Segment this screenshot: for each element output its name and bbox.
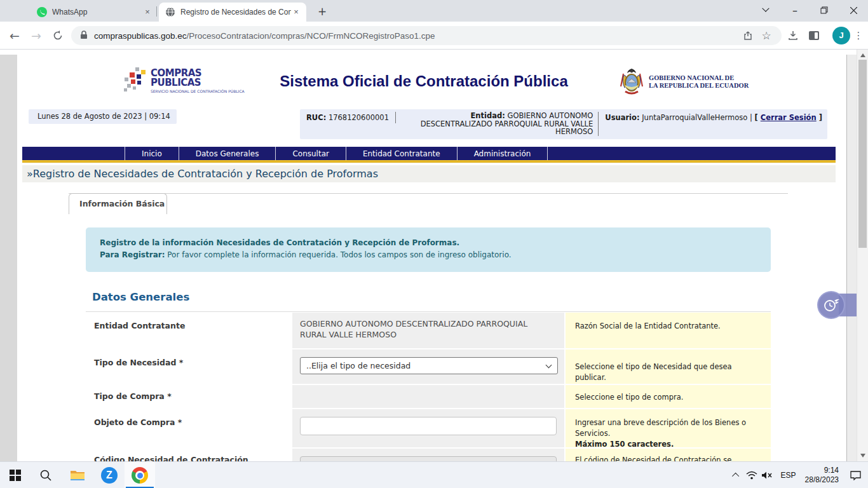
notice-line2-label: Para Registrar: (100, 250, 165, 259)
field-value-cell (292, 409, 564, 447)
datetime-box: Lunes 28 de Agosto de 2023 | 09:14 (29, 109, 177, 124)
browser-menu-icon[interactable]: ⋮ (851, 26, 865, 45)
form-row-codigo-necesidad: Código Necesidad de Contratación El códi… (86, 449, 771, 461)
form-row-entidad-contratante: Entidad Contratante GOBIERNO AUTONOMO DE… (86, 313, 771, 348)
session-info-box: RUC: 1768120600001 Entidad: GOBIERNO AUT… (300, 109, 827, 139)
forward-icon: → (27, 26, 46, 45)
field-label: Tipo de Necesidad * (86, 349, 292, 384)
nav-item-inicio[interactable]: Inicio (125, 147, 179, 160)
reload-icon[interactable] (48, 26, 67, 45)
notification-center-button[interactable] (843, 462, 868, 488)
close-window-button[interactable] (839, 0, 868, 20)
tab-close-icon[interactable]: × (142, 7, 153, 17)
tab-whatsapp[interactable]: WhatsApp × (31, 3, 158, 22)
field-label: Objeto de Compra * (86, 409, 292, 447)
tipo-necesidad-select[interactable]: ..Elija el tipo de necesidad (300, 357, 558, 374)
tray-chevron-up-icon[interactable] (729, 462, 744, 488)
browser-tabstrip: WhatsApp × Registro de Necesidades de Co… (0, 0, 868, 22)
field-help: Seleccione el tipo de compra. (566, 385, 771, 408)
field-help: Ingresar una breve descripción de los Bi… (566, 409, 771, 447)
nav-item-entidad-contratante[interactable]: Entidad Contratante (346, 147, 458, 160)
tab-baseline (69, 193, 788, 194)
taskbar: Z ESP 9:14 28/8/2023 (0, 461, 868, 488)
field-label: Tipo de Compra * (86, 385, 292, 408)
page-viewport: COMPRASPUBLICAS SERVICIO NACIONAL DE CON… (0, 50, 868, 461)
start-button[interactable] (0, 462, 31, 488)
new-tab-button[interactable]: + (314, 4, 330, 20)
nav-spacer (548, 147, 836, 160)
tab-title: WhatsApp (52, 8, 142, 17)
breadcrumb: »Registro de Necesidades de Contratación… (22, 165, 836, 182)
clock[interactable]: 9:14 28/8/2023 (803, 466, 843, 485)
table-top-border (86, 311, 771, 312)
windows-logo-icon (10, 470, 21, 481)
winged-clock-icon (822, 295, 841, 315)
scroll-down-icon[interactable] (860, 454, 865, 458)
whatsapp-icon (37, 7, 47, 17)
entity-value: Entidad: GOBIERNO AUTONOMO DESCENTRALIZA… (414, 112, 593, 136)
scroll-up-icon[interactable] (860, 53, 865, 57)
field-value-cell (292, 449, 564, 461)
window-menu-chevron-icon[interactable] (751, 0, 780, 20)
section-title: Datos Generales (92, 291, 189, 303)
field-value-cell (292, 385, 564, 408)
page-scrollbar[interactable] (857, 50, 868, 461)
lock-icon (80, 30, 88, 42)
gov-logo-text: GOBIERNO NACIONAL DELA REPUBLICA DEL ECU… (649, 74, 749, 90)
bookmark-star-icon[interactable]: ☆ (757, 27, 775, 44)
tray-time: 9:14 (824, 466, 839, 475)
form-row-objeto-compra: Objeto de Compra * Ingresar una breve de… (86, 409, 771, 447)
file-explorer-button[interactable] (62, 462, 93, 488)
field-label: Entidad Contratante (86, 313, 292, 348)
side-panel-icon[interactable] (804, 26, 824, 45)
ecuador-crest-icon (620, 67, 644, 97)
chrome-taskbar-button[interactable] (125, 462, 155, 488)
user-value: Usuario: JuntaParroquialValleHermoso | [… (605, 112, 822, 122)
nav-item-administracion[interactable]: Administración (458, 147, 548, 160)
gold-divider (22, 160, 836, 163)
tab-close-icon[interactable]: × (291, 7, 301, 17)
language-indicator[interactable]: ESP (775, 471, 803, 480)
minimize-button[interactable]: – (780, 0, 810, 20)
back-icon[interactable]: ← (5, 26, 24, 45)
field-help: Razón Social de la Entidad Contratante. (566, 313, 771, 348)
logo-tagline: SERVICIO NACIONAL DE CONTRATACIÓN PÚBLIC… (151, 89, 245, 93)
chevron-down-icon (546, 362, 552, 369)
compras-publicas-logo: COMPRASPUBLICAS SERVICIO NACIONAL DE CON… (124, 67, 219, 100)
logout-link[interactable]: Cerrar Sesión (761, 113, 817, 122)
restore-button[interactable] (810, 0, 839, 20)
nav-item-datos-generales[interactable]: Datos Generales (179, 147, 276, 160)
field-value-cell: ..Elija el tipo de necesidad (292, 349, 564, 384)
page-title: Sistema Oficial de Contratación Pública (233, 72, 614, 90)
field-label: Código Necesidad de Contratación (86, 449, 292, 461)
tab-informacion-basica[interactable]: Información Básica (69, 193, 167, 214)
objeto-compra-input[interactable] (300, 417, 557, 435)
logo-wordmark: COMPRASPUBLICAS (151, 69, 201, 88)
form-row-tipo-necesidad: Tipo de Necesidad * ..Elija el tipo de n… (86, 349, 771, 384)
field-help: Seleccione el tipo de Necesidad que dese… (566, 349, 771, 384)
field-value: GOBIERNO AUTONOMO DESCENTRALIZADO PARROQ… (292, 313, 564, 348)
system-tray: ESP 9:14 28/8/2023 (729, 462, 868, 488)
wifi-icon[interactable] (744, 462, 759, 488)
search-button[interactable] (31, 462, 61, 488)
share-icon[interactable] (740, 27, 757, 44)
zimbra-app-button[interactable]: Z (94, 462, 125, 488)
profile-avatar[interactable]: J (832, 27, 850, 44)
globe-favicon-icon (165, 7, 175, 17)
z-app-icon: Z (101, 467, 118, 484)
volume-muted-icon[interactable] (759, 462, 775, 488)
winged-clock-widget[interactable] (817, 291, 845, 319)
form-row-tipo-compra: Tipo de Compra * Seleccione el tipo de c… (86, 385, 771, 408)
url-text: compraspublicas.gob.ec/ProcesoContrataci… (94, 31, 740, 41)
search-icon (39, 469, 52, 482)
page-left-margin (0, 55, 17, 461)
tab-title: Registro de Necesidades de Cont (180, 8, 291, 17)
notice-line2-text: Por favor complete la información requer… (165, 250, 511, 259)
nav-item-consultar[interactable]: Consultar (276, 147, 346, 160)
tab-registro[interactable]: Registro de Necesidades de Cont × (159, 3, 306, 22)
address-bar[interactable]: compraspublicas.gob.ec/ProcesoContrataci… (71, 26, 782, 45)
scrollbar-thumb[interactable] (858, 60, 867, 248)
screen: WhatsApp × Registro de Necesidades de Co… (0, 0, 868, 488)
codigo-necesidad-input (300, 456, 557, 461)
download-icon[interactable] (783, 26, 803, 45)
